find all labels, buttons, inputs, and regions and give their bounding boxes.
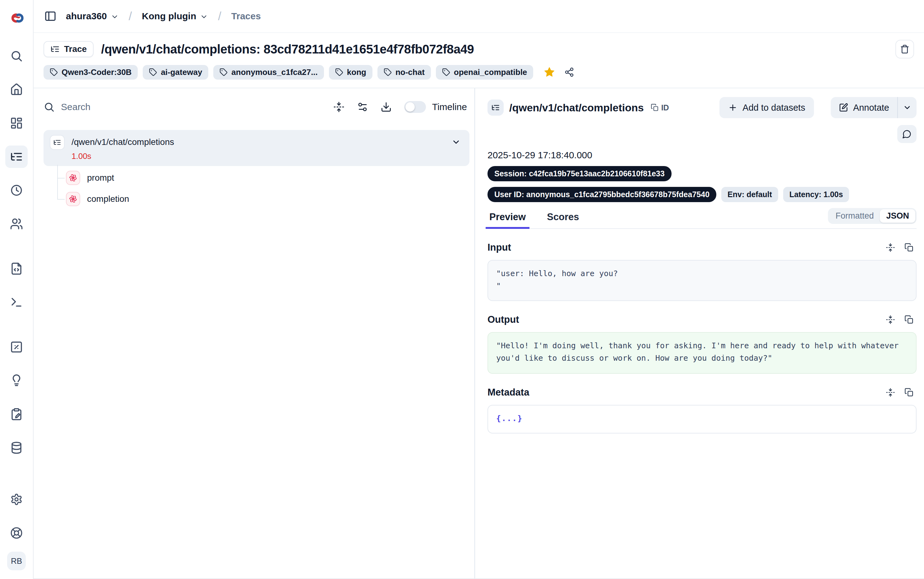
observations-panel: Timeline /qwen/v1/chat/completions 1.00s [34,88,475,578]
comments-button[interactable] [897,125,917,143]
home-icon[interactable] [5,79,28,101]
users-icon[interactable] [5,213,28,235]
copy-icon[interactable] [902,240,917,255]
format-formatted-option[interactable]: Formatted [829,209,880,222]
breadcrumb-org[interactable]: ahura360 [66,11,119,21]
tag-chip[interactable]: openai_compatible [436,65,534,80]
search-field[interactable] [44,101,325,113]
tag-icon [149,68,157,76]
tag-label: Qwen3-Coder:30B [62,67,132,77]
tag-chip[interactable]: Qwen3-Coder:30B [44,65,138,80]
tree-child-name: completion [87,194,129,204]
delete-trace-button[interactable] [895,40,914,59]
tree-child-name: prompt [87,173,114,183]
tag-label: openai_compatible [454,67,527,77]
collapse-all-icon[interactable] [330,98,348,116]
sidebar-toggle-icon[interactable] [42,8,59,24]
tree-controls: Timeline [44,96,469,118]
prompts-file-code-icon[interactable] [5,257,28,280]
timeline-toggle[interactable] [404,101,426,113]
tree-root-row[interactable]: /qwen/v1/chat/completions 1.00s [44,130,469,166]
view-settings-icon[interactable] [353,98,372,116]
collapse-section-icon[interactable] [883,312,898,327]
tag-icon [442,68,450,76]
trace-node-icon [50,135,65,150]
annotate-label: Annotate [853,103,889,113]
format-json-option[interactable]: JSON [880,209,915,222]
list-tree-icon [51,44,60,54]
copy-id-button[interactable]: ID [651,103,669,112]
edit-pen-icon [839,103,848,112]
tree-child-row[interactable]: prompt [66,167,469,188]
copy-icon[interactable] [902,385,917,400]
trace-header: Trace /qwen/v1/chat/completions: 83cd782… [34,33,924,88]
copy-icon [651,103,659,112]
user-id-badge[interactable]: User ID: anonymous_c1fca2795bbedc5f36678… [488,187,716,202]
annotate-button[interactable]: Annotate [831,97,897,118]
dashboard-icon[interactable] [5,112,28,134]
env-badge: Env: default [721,187,778,202]
observation-tree: /qwen/v1/chat/completions 1.00s prompt c… [44,130,469,209]
search-icon[interactable] [5,45,28,67]
timeline-label: Timeline [432,102,467,112]
copy-icon[interactable] [902,312,917,327]
tag-label: ai-gateway [161,67,202,77]
session-badge[interactable]: Session: c42fca19b75e13aac2b2106610f81e3… [488,166,671,181]
detail-title: /qwen/v1/chat/completions [509,102,644,114]
sidebar: RB [0,0,34,579]
user-avatar[interactable]: RB [7,552,26,570]
playground-terminal-icon[interactable] [5,291,28,314]
bookmark-star-button[interactable] [542,65,557,80]
sessions-clock-icon[interactable] [5,179,28,201]
datasets-database-icon[interactable] [5,437,28,459]
tags-row: Qwen3-Coder:30B ai-gateway anonymous_c1f… [44,65,914,80]
search-input[interactable] [61,102,325,112]
tag-chip[interactable]: ai-gateway [143,65,208,80]
share-icon [564,67,574,77]
trace-type-badge: Trace [44,41,93,57]
input-heading: Input [488,242,511,253]
tag-icon [219,68,228,76]
topbar: ahura360 / Kong plugin / Traces [34,0,924,33]
tag-chip[interactable]: no-chat [377,65,431,80]
trace-timestamp: 2025-10-29 17:18:40.000 [488,150,917,160]
breadcrumb-project[interactable]: Kong plugin [142,11,208,21]
tag-icon [50,68,58,76]
detail-header: /qwen/v1/chat/completions ID Add to data… [488,97,917,118]
chevron-down-icon[interactable] [451,137,461,147]
generation-pinwheel-icon [66,171,80,185]
tab-preview[interactable]: Preview [488,211,527,222]
toggle-knob [405,102,415,112]
output-section-header: Output [488,312,917,327]
annotate-menu-caret[interactable] [898,97,917,118]
metadata-content[interactable]: {...} [488,405,917,433]
breadcrumb-org-label: ahura360 [66,11,107,21]
tracing-icon[interactable] [5,146,28,168]
trace-type-label: Trace [64,44,87,54]
evaluation-percent-icon[interactable] [5,336,28,358]
annotation-clipboard-icon[interactable] [5,403,28,425]
tag-label: no-chat [395,67,425,77]
trace-title: /qwen/v1/chat/completions: 83cd78211d41e… [101,42,474,56]
tag-chip[interactable]: anonymous_c1fca27... [213,65,324,80]
collapse-section-icon[interactable] [883,240,898,255]
breadcrumb-section[interactable]: Traces [231,11,261,21]
annotate-split-button: Annotate [831,97,917,118]
tree-child-row[interactable]: completion [66,188,469,209]
output-content[interactable]: "Hello! I'm doing well, thank you for as… [488,332,917,374]
tab-scores[interactable]: Scores [545,211,581,222]
latency-badge: Latency: 1.00s [783,187,849,202]
output-heading: Output [488,314,519,325]
trace-node-icon [488,100,504,116]
add-to-datasets-button[interactable]: Add to datasets [720,97,814,118]
collapse-section-icon[interactable] [883,385,898,400]
tag-chip[interactable]: kong [329,65,372,80]
trash-icon [900,44,909,54]
support-lifebuoy-icon[interactable] [5,522,28,544]
share-button[interactable] [562,65,577,80]
content-split: Timeline /qwen/v1/chat/completions 1.00s [34,88,924,579]
input-content[interactable]: "user: Hello, how are you? " [488,260,917,301]
download-icon[interactable] [377,98,395,116]
insights-lightbulb-icon[interactable] [5,370,28,392]
settings-gear-icon[interactable] [5,488,28,510]
